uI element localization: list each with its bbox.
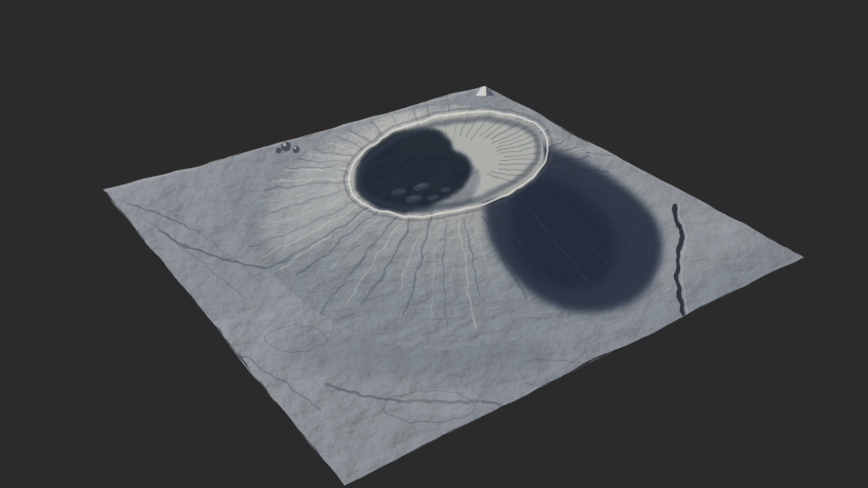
render-viewport (0, 0, 868, 488)
rock-bump-highlight (283, 143, 286, 147)
rock-bump-highlight (293, 147, 296, 149)
rock-bump (276, 148, 282, 153)
terrain-render-svg (0, 0, 868, 488)
lava-patch-fill (400, 389, 482, 416)
rock-bump (292, 146, 300, 153)
